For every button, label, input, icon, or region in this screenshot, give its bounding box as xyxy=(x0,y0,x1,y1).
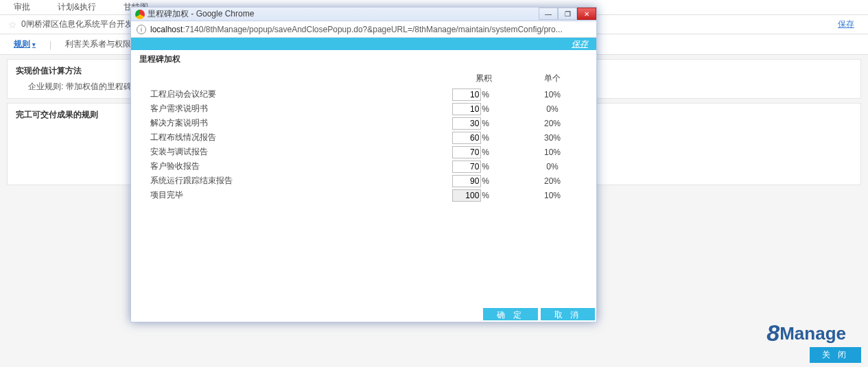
logo-eight: 8 xyxy=(766,320,779,346)
percent-label: % xyxy=(482,191,489,200)
table-row: 安装与调试报告%10% xyxy=(150,145,587,159)
tab-stakeholders[interactable]: 利害关系者与权限 xyxy=(65,38,131,50)
chrome-icon xyxy=(135,10,145,19)
dialog-title: 里程碑加权 xyxy=(131,50,596,69)
window-close-button[interactable]: ✕ xyxy=(577,8,596,20)
table-row: 系统运行跟踪结束报告%20% xyxy=(150,174,587,188)
single-value: 10% xyxy=(518,191,587,200)
cumulative-cell: % xyxy=(449,161,518,173)
url-host: localhost xyxy=(150,25,183,34)
url-path: /8thManage/popup/saveAndClosePopup.do?&p… xyxy=(203,25,562,34)
cumulative-cell: % xyxy=(449,88,518,101)
popup-window: 里程碑加权 - Google Chrome — ❐ ✕ i localhost:… xyxy=(130,7,597,322)
percent-label: % xyxy=(482,90,489,99)
single-value: 0% xyxy=(518,104,587,114)
milestone-name: 系统运行跟踪结束报告 xyxy=(150,175,449,187)
col-single-header: 单个 xyxy=(518,73,587,84)
site-info-icon[interactable]: i xyxy=(137,25,146,34)
single-value: 20% xyxy=(518,119,587,128)
address-bar[interactable]: i localhost:7140/8thManage/popup/saveAnd… xyxy=(131,21,596,38)
milestone-name: 客户需求说明书 xyxy=(150,103,449,115)
single-value: 10% xyxy=(518,90,587,99)
window-controls: — ❐ ✕ xyxy=(539,8,596,20)
logo: 8Manage xyxy=(766,320,846,346)
cumulative-input[interactable] xyxy=(452,175,481,187)
percent-label: % xyxy=(482,176,489,186)
milestone-name: 客户验收报告 xyxy=(150,161,449,172)
cumulative-input[interactable] xyxy=(452,132,481,144)
cumulative-cell: % xyxy=(449,103,518,115)
page-close-button[interactable]: 关 闭 xyxy=(810,347,861,363)
cumulative-cell: % xyxy=(449,175,518,187)
chrome-title-text: 里程碑加权 - Google Chrome xyxy=(148,8,254,20)
page-save-link[interactable]: 保存 xyxy=(838,19,854,30)
percent-label: % xyxy=(482,162,489,171)
percent-label: % xyxy=(482,119,489,128)
table-row: 客户需求说明书%0% xyxy=(150,102,587,116)
cumulative-input[interactable] xyxy=(452,146,481,158)
cumulative-input[interactable] xyxy=(452,117,481,130)
nav-item-approve[interactable]: 审批 xyxy=(14,1,30,13)
table-row: 客户验收报告%0% xyxy=(150,159,587,174)
table-row: 项目完毕%10% xyxy=(150,188,587,202)
tab-rules[interactable]: 规则 xyxy=(14,38,36,50)
logo-text: Manage xyxy=(779,323,846,344)
table-row: 工程布线情况报告%30% xyxy=(150,130,587,145)
cancel-button[interactable]: 取 消 xyxy=(541,308,595,320)
table-row: 工程启动会议纪要%10% xyxy=(150,87,587,102)
tab-separator: | xyxy=(49,40,51,49)
confirm-button[interactable]: 确 定 xyxy=(483,308,537,320)
milestone-name: 工程布线情况报告 xyxy=(150,132,449,143)
single-value: 10% xyxy=(518,147,587,157)
cumulative-input[interactable] xyxy=(452,88,481,101)
nav-item-plan-exec[interactable]: 计划&执行 xyxy=(58,1,96,13)
percent-label: % xyxy=(482,133,489,143)
percent-label: % xyxy=(482,104,489,114)
cumulative-cell: % xyxy=(449,117,518,130)
percent-label: % xyxy=(482,147,489,157)
milestone-name: 工程启动会议纪要 xyxy=(150,88,449,100)
favorite-star-icon[interactable]: ☆ xyxy=(8,19,17,30)
single-value: 30% xyxy=(518,133,587,143)
url-port: :7140 xyxy=(183,25,203,34)
table-header-row: 累积 单个 xyxy=(150,73,587,84)
chrome-titlebar[interactable]: 里程碑加权 - Google Chrome — ❐ ✕ xyxy=(131,8,596,21)
dialog-footer: 确 定 取 消 xyxy=(131,308,596,322)
cumulative-cell: % xyxy=(449,146,518,158)
window-maximize-button[interactable]: ❐ xyxy=(558,8,577,20)
col-name-header xyxy=(150,73,449,84)
dialog-save-bar[interactable]: 保存 xyxy=(131,38,596,50)
cumulative-input xyxy=(452,189,481,202)
milestone-name: 项目完毕 xyxy=(150,189,449,201)
milestone-table: 累积 单个 工程启动会议纪要%10%客户需求说明书%0%解决方案说明书%20%工… xyxy=(131,69,596,308)
table-row: 解决方案说明书%20% xyxy=(150,116,587,130)
cumulative-cell: % xyxy=(449,189,518,202)
window-minimize-button[interactable]: — xyxy=(539,8,558,20)
cumulative-input[interactable] xyxy=(452,103,481,115)
cumulative-cell: % xyxy=(449,132,518,144)
milestone-name: 安装与调试报告 xyxy=(150,146,449,158)
single-value: 0% xyxy=(518,162,587,171)
milestone-name: 解决方案说明书 xyxy=(150,117,449,129)
cumulative-input[interactable] xyxy=(452,161,481,173)
col-cumulative-header: 累积 xyxy=(449,73,518,84)
single-value: 20% xyxy=(518,176,587,186)
panel-value-text: 企业规则: 带加权值的里程碑 xyxy=(28,82,132,91)
